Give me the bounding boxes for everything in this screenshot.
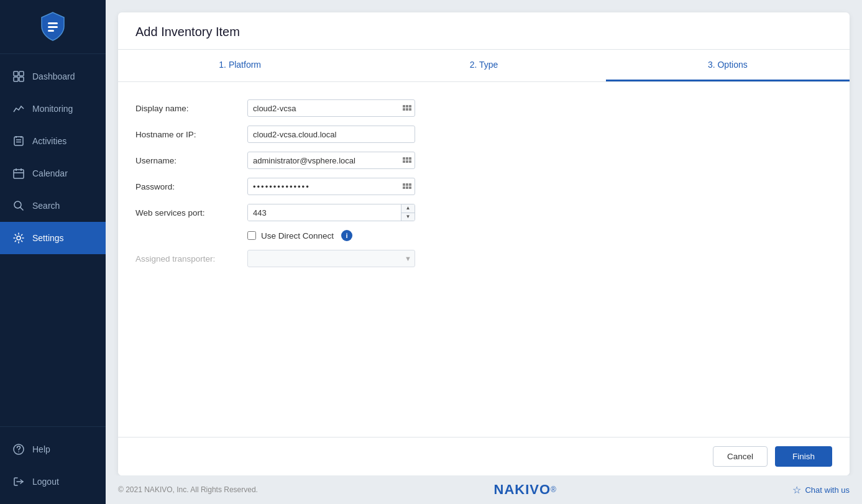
sidebar-item-label: Dashboard <box>32 71 75 81</box>
svg-rect-30 <box>409 157 411 160</box>
chat-label: Chat with us <box>805 485 850 495</box>
sidebar-item-label: Logout <box>32 477 59 487</box>
port-spinners: ▲ ▼ <box>401 204 415 221</box>
sidebar-item-dashboard[interactable]: Dashboard <box>0 60 106 93</box>
logo-area <box>0 0 106 54</box>
password-row: Password: <box>135 178 832 195</box>
username-label: Username: <box>135 156 247 165</box>
hostname-row: Hostname or IP: <box>135 126 832 143</box>
svg-point-20 <box>18 451 19 452</box>
svg-rect-22 <box>403 105 405 108</box>
step-platform[interactable]: 1. Platform <box>118 50 362 81</box>
sidebar-item-help[interactable]: Help <box>0 433 106 465</box>
sidebar-nav: Dashboard Monitoring Activities <box>0 54 106 426</box>
grid-icon <box>403 157 411 163</box>
step-options[interactable]: 3. Options <box>606 50 850 81</box>
svg-rect-27 <box>409 108 411 111</box>
svg-rect-37 <box>403 186 405 189</box>
username-icon-btn[interactable] <box>401 156 413 165</box>
info-icon[interactable]: i <box>341 230 352 241</box>
sidebar-item-label: Settings <box>32 233 64 243</box>
port-row: Web services port: ▲ ▼ <box>135 204 832 221</box>
username-row: Username: <box>135 152 832 169</box>
port-input[interactable] <box>248 204 401 221</box>
svg-rect-24 <box>409 105 411 108</box>
calendar-icon <box>12 167 25 180</box>
display-name-input-wrap <box>247 99 415 117</box>
sidebar-item-settings[interactable]: Settings <box>0 222 106 254</box>
svg-rect-29 <box>406 157 408 160</box>
step-type[interactable]: 2. Type <box>362 50 605 81</box>
dashboard-icon <box>12 70 25 83</box>
port-label: Web services port: <box>135 208 247 218</box>
chat-with-us-link[interactable]: ☆ Chat with us <box>792 484 850 496</box>
hostname-input-wrap <box>247 126 415 143</box>
svg-rect-35 <box>406 183 408 186</box>
sidebar-item-label: Monitoring <box>32 104 73 114</box>
svg-rect-1 <box>48 26 58 28</box>
svg-rect-4 <box>19 71 24 76</box>
username-input[interactable] <box>247 152 415 169</box>
transporter-select-wrap: ▼ <box>247 250 415 267</box>
sidebar-item-logout[interactable]: Logout <box>0 465 106 498</box>
username-input-wrap <box>247 152 415 169</box>
svg-rect-5 <box>14 77 18 81</box>
footer-bar: © 2021 NAKIVO, Inc. All Rights Reserved.… <box>106 475 862 504</box>
chat-star-icon: ☆ <box>792 484 801 496</box>
content-area: Add Inventory Item 1. Platform 2. Type 3… <box>106 0 862 475</box>
sidebar-item-calendar[interactable]: Calendar <box>0 157 106 190</box>
search-icon <box>12 199 25 212</box>
monitoring-icon <box>12 103 25 115</box>
copyright-text: © 2021 NAKIVO, Inc. All Rights Reserved. <box>118 485 258 494</box>
direct-connect-checkbox[interactable] <box>247 231 256 240</box>
svg-rect-2 <box>48 30 54 32</box>
settings-icon <box>12 232 25 244</box>
sidebar-item-activities[interactable]: Activities <box>0 125 106 157</box>
svg-rect-3 <box>14 71 18 76</box>
svg-rect-23 <box>406 105 408 108</box>
svg-rect-39 <box>409 186 411 189</box>
direct-connect-label[interactable]: Use Direct Connect <box>261 231 334 241</box>
svg-line-17 <box>21 208 24 211</box>
sidebar-bottom: Help Logout <box>0 426 106 504</box>
svg-rect-0 <box>48 22 58 24</box>
svg-rect-28 <box>403 157 405 160</box>
form-area: Display name: <box>118 82 850 437</box>
svg-rect-33 <box>409 160 411 163</box>
nakivo-logo: NAKIVO® <box>494 482 557 498</box>
sidebar-item-search[interactable]: Search <box>0 190 106 222</box>
steps-bar: 1. Platform 2. Type 3. Options <box>118 50 850 82</box>
display-name-row: Display name: <box>135 99 832 117</box>
port-up-btn[interactable]: ▲ <box>401 204 415 213</box>
add-inventory-dialog: Add Inventory Item 1. Platform 2. Type 3… <box>118 12 850 475</box>
port-down-btn[interactable]: ▼ <box>401 213 415 221</box>
sidebar-item-label: Search <box>32 201 60 211</box>
password-input-wrap <box>247 178 415 195</box>
display-name-icon-btn[interactable] <box>401 104 413 112</box>
sidebar-item-monitoring[interactable]: Monitoring <box>0 93 106 125</box>
sidebar-item-label: Calendar <box>32 168 68 178</box>
logout-icon <box>12 475 25 488</box>
svg-rect-32 <box>406 160 408 163</box>
svg-rect-38 <box>406 186 408 189</box>
help-icon <box>12 443 25 456</box>
transporter-select <box>247 250 415 267</box>
password-icon-btn[interactable] <box>401 182 413 191</box>
dialog-title: Add Inventory Item <box>118 12 850 50</box>
display-name-input[interactable] <box>247 99 415 117</box>
svg-rect-26 <box>406 108 408 111</box>
cancel-button[interactable]: Cancel <box>713 446 768 467</box>
grid-icon <box>403 183 411 190</box>
password-input[interactable] <box>247 178 415 195</box>
svg-rect-7 <box>14 137 23 145</box>
display-name-label: Display name: <box>135 104 247 113</box>
transporter-row: Assigned transporter: ▼ <box>135 250 832 267</box>
direct-connect-row: Use Direct Connect i <box>247 230 832 241</box>
dialog-footer: Cancel Finish <box>118 437 850 475</box>
svg-rect-34 <box>403 183 405 186</box>
finish-button[interactable]: Finish <box>775 446 832 467</box>
hostname-label: Hostname or IP: <box>135 130 247 139</box>
hostname-input[interactable] <box>247 126 415 143</box>
svg-rect-25 <box>403 108 405 111</box>
svg-point-18 <box>17 236 21 240</box>
